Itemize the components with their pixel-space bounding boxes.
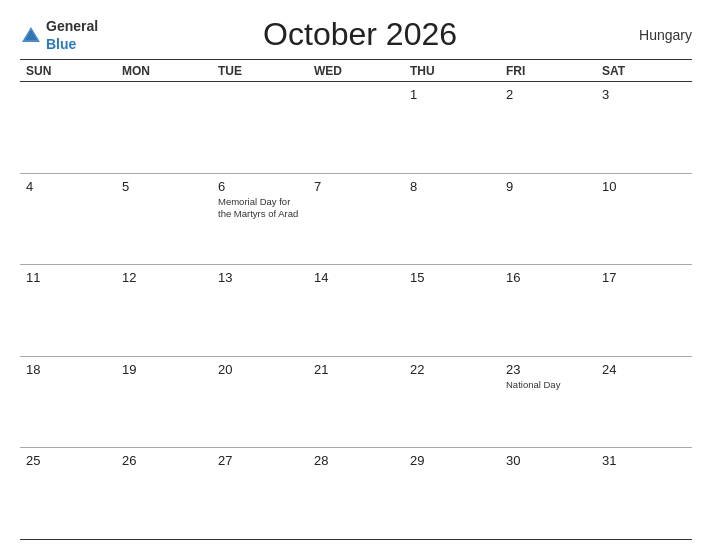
day-header-fri: FRI — [500, 60, 596, 81]
week-row-4: 181920212223National Day24 — [20, 357, 692, 449]
day-cell: 23National Day — [500, 357, 596, 448]
day-cell: 24 — [596, 357, 692, 448]
day-number: 7 — [314, 179, 398, 195]
day-cell: 30 — [500, 448, 596, 539]
day-cell: 2 — [500, 82, 596, 173]
day-number: 12 — [122, 270, 206, 286]
day-cell: 19 — [116, 357, 212, 448]
day-header-sat: SAT — [596, 60, 692, 81]
day-cell: 13 — [212, 265, 308, 356]
week-row-2: 456Memorial Day for the Martyrs of Arad7… — [20, 174, 692, 266]
day-number: 0 — [218, 87, 302, 103]
day-cell: 0 — [212, 82, 308, 173]
day-cell: 9 — [500, 174, 596, 265]
day-cell: 15 — [404, 265, 500, 356]
day-number: 9 — [506, 179, 590, 195]
day-headers: SUNMONTUEWEDTHUFRISAT — [20, 60, 692, 82]
day-header-tue: TUE — [212, 60, 308, 81]
day-cell: 16 — [500, 265, 596, 356]
calendar: SUNMONTUEWEDTHUFRISAT 0000123456Memorial… — [20, 60, 692, 540]
day-cell: 14 — [308, 265, 404, 356]
day-number: 13 — [218, 270, 302, 286]
day-cell: 10 — [596, 174, 692, 265]
day-number: 17 — [602, 270, 686, 286]
logo-blue: Blue — [46, 36, 76, 52]
day-number: 1 — [410, 87, 494, 103]
day-number: 0 — [26, 87, 110, 103]
week-row-5: 25262728293031 — [20, 448, 692, 540]
day-cell: 22 — [404, 357, 500, 448]
day-number: 8 — [410, 179, 494, 195]
day-cell: 3 — [596, 82, 692, 173]
day-number: 3 — [602, 87, 686, 103]
day-cell: 8 — [404, 174, 500, 265]
day-number: 27 — [218, 453, 302, 469]
day-cell: 21 — [308, 357, 404, 448]
day-number: 0 — [314, 87, 398, 103]
event-text: National Day — [506, 379, 590, 391]
day-cell: 4 — [20, 174, 116, 265]
day-cell: 0 — [116, 82, 212, 173]
day-cell: 12 — [116, 265, 212, 356]
day-cell: 6Memorial Day for the Martyrs of Arad — [212, 174, 308, 265]
day-header-thu: THU — [404, 60, 500, 81]
logo-icon — [20, 24, 42, 46]
day-cell: 17 — [596, 265, 692, 356]
day-number: 19 — [122, 362, 206, 378]
weeks: 0000123456Memorial Day for the Martyrs o… — [20, 82, 692, 540]
day-number: 11 — [26, 270, 110, 286]
country-label: Hungary — [622, 27, 692, 43]
day-number: 5 — [122, 179, 206, 195]
day-cell: 18 — [20, 357, 116, 448]
day-cell: 7 — [308, 174, 404, 265]
day-cell: 28 — [308, 448, 404, 539]
day-header-sun: SUN — [20, 60, 116, 81]
day-number: 23 — [506, 362, 590, 378]
day-cell: 27 — [212, 448, 308, 539]
day-cell: 0 — [20, 82, 116, 173]
day-number: 4 — [26, 179, 110, 195]
day-number: 14 — [314, 270, 398, 286]
day-cell: 11 — [20, 265, 116, 356]
day-cell: 25 — [20, 448, 116, 539]
day-number: 0 — [122, 87, 206, 103]
day-cell: 31 — [596, 448, 692, 539]
logo: General Blue — [20, 17, 98, 53]
day-cell: 26 — [116, 448, 212, 539]
day-number: 31 — [602, 453, 686, 469]
logo-text: General Blue — [46, 17, 98, 53]
day-number: 22 — [410, 362, 494, 378]
day-number: 6 — [218, 179, 302, 195]
event-text: Memorial Day for the Martyrs of Arad — [218, 196, 302, 220]
day-cell: 5 — [116, 174, 212, 265]
day-cell: 0 — [308, 82, 404, 173]
day-number: 15 — [410, 270, 494, 286]
day-cell: 1 — [404, 82, 500, 173]
day-number: 10 — [602, 179, 686, 195]
day-number: 2 — [506, 87, 590, 103]
day-number: 20 — [218, 362, 302, 378]
calendar-page: General Blue October 2026 Hungary SUNMON… — [0, 0, 712, 550]
day-header-mon: MON — [116, 60, 212, 81]
calendar-title: October 2026 — [98, 16, 622, 53]
logo-general: General — [46, 18, 98, 34]
day-number: 25 — [26, 453, 110, 469]
day-number: 28 — [314, 453, 398, 469]
week-row-1: 0000123 — [20, 82, 692, 174]
day-number: 26 — [122, 453, 206, 469]
day-number: 30 — [506, 453, 590, 469]
day-cell: 29 — [404, 448, 500, 539]
day-cell: 20 — [212, 357, 308, 448]
day-number: 18 — [26, 362, 110, 378]
day-number: 24 — [602, 362, 686, 378]
day-number: 21 — [314, 362, 398, 378]
day-header-wed: WED — [308, 60, 404, 81]
day-number: 29 — [410, 453, 494, 469]
week-row-3: 11121314151617 — [20, 265, 692, 357]
day-number: 16 — [506, 270, 590, 286]
header: General Blue October 2026 Hungary — [20, 16, 692, 53]
